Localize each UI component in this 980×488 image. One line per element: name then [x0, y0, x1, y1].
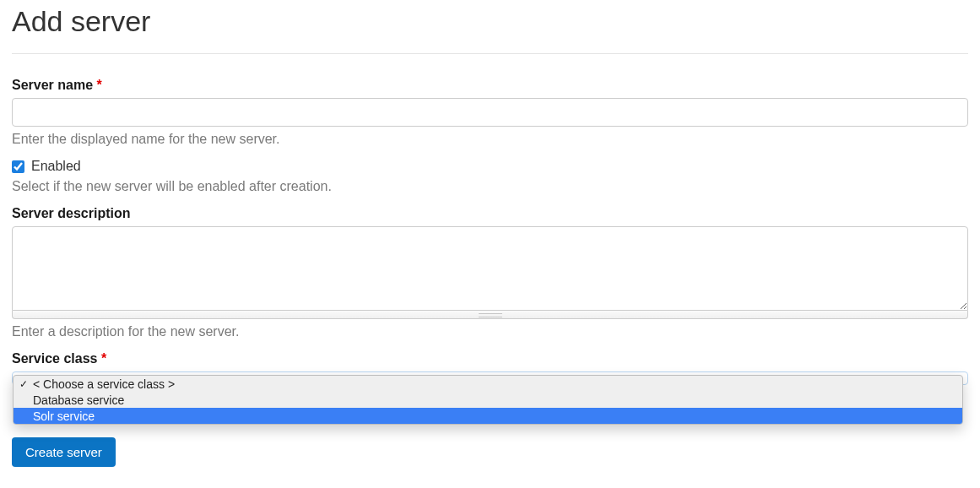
- enabled-checkbox[interactable]: [12, 160, 24, 173]
- required-mark: *: [101, 351, 106, 366]
- server-description-label: Server description: [12, 206, 968, 221]
- service-class-dropdown: ✓ < Choose a service class > Database se…: [13, 375, 963, 425]
- service-class-label: Service class *: [12, 351, 968, 366]
- server-name-help: Enter the displayed name for the new ser…: [12, 132, 968, 147]
- enabled-group: Enabled Select if the new server will be…: [12, 159, 968, 194]
- option-text: < Choose a service class >: [31, 377, 175, 391]
- service-class-option-solr[interactable]: Solr service: [14, 408, 962, 424]
- textarea-resize-grip[interactable]: [12, 311, 968, 319]
- create-server-button[interactable]: Create server: [12, 437, 116, 467]
- required-mark: *: [97, 78, 102, 92]
- service-class-option-placeholder[interactable]: ✓ < Choose a service class >: [14, 376, 962, 392]
- page-title: Add server: [12, 0, 968, 54]
- service-class-option-database[interactable]: Database service: [14, 392, 962, 408]
- server-description-help: Enter a description for the new server.: [12, 324, 968, 339]
- server-description-group: Server description Enter a description f…: [12, 206, 968, 339]
- option-text: Solr service: [31, 409, 95, 423]
- service-class-label-text: Service class: [12, 351, 97, 366]
- server-name-label-text: Server name: [12, 78, 93, 92]
- enabled-help: Select if the new server will be enabled…: [12, 179, 968, 194]
- server-name-label: Server name *: [12, 78, 968, 93]
- server-name-group: Server name * Enter the displayed name f…: [12, 78, 968, 147]
- enabled-label: Enabled: [31, 159, 81, 174]
- option-text: Database service: [31, 393, 124, 407]
- service-class-group: Service class * ✓ < Choose a service cla…: [12, 351, 968, 385]
- server-description-textarea[interactable]: [12, 226, 968, 311]
- check-icon: ✓: [19, 378, 31, 390]
- server-name-input[interactable]: [12, 98, 968, 127]
